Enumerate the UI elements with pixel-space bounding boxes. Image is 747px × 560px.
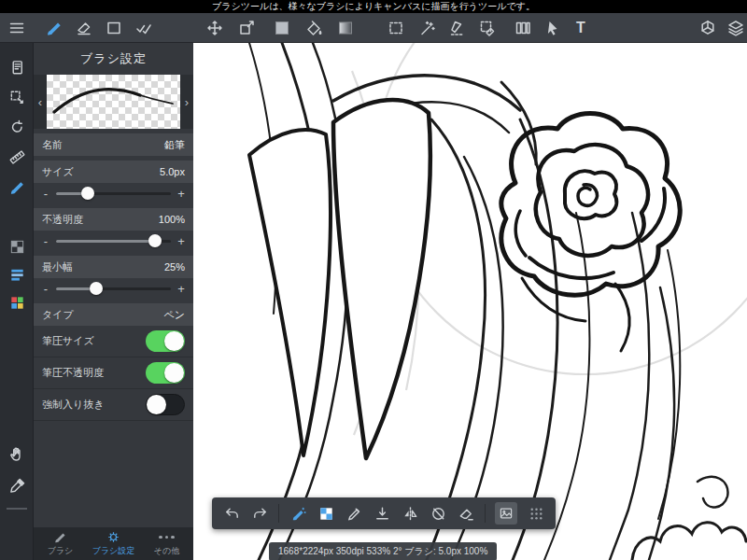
size-slider[interactable] — [56, 186, 171, 201]
brush-prev-button[interactable]: ‹ — [34, 75, 47, 129]
pressure-opacity-row: 筆圧不透明度 — [34, 357, 193, 389]
pressure-size-label: 筆圧サイズ — [42, 334, 94, 348]
size-slider-row: - + — [34, 183, 193, 203]
pen-select-tool-icon[interactable] — [444, 15, 471, 41]
min-width-slider-knob[interactable] — [90, 282, 103, 295]
smart-brush-icon[interactable] — [285, 500, 311, 526]
gradient-tool-icon[interactable] — [332, 15, 359, 41]
side-rail — [0, 43, 34, 560]
tab-others[interactable]: その他 — [140, 527, 193, 560]
canvas[interactable]: 1668*2224px 350dpi 533% 2° ブラシ: 5.0px 10… — [193, 43, 747, 560]
min-width-decrease-button[interactable]: - — [41, 282, 50, 296]
tab-brush-label: ブラシ — [48, 545, 74, 557]
status-text: 1668*2224px 350dpi 533% 2° ブラシ: 5.0px 10… — [278, 546, 487, 556]
pen-icon[interactable] — [341, 500, 367, 526]
clear-icon[interactable] — [453, 500, 479, 526]
bucket-tool-icon[interactable] — [301, 15, 327, 41]
pressure-size-toggle[interactable] — [146, 330, 185, 352]
opacity-slider[interactable] — [56, 233, 171, 248]
toolbar-divider — [278, 504, 279, 523]
pressure-opacity-toggle[interactable] — [146, 362, 185, 384]
flip-horizontal-icon[interactable] — [397, 500, 423, 526]
sketch-artwork — [193, 43, 747, 560]
magic-wand-tool-icon[interactable] — [415, 15, 441, 41]
palette-icon[interactable] — [4, 289, 30, 315]
transparent-bg-icon[interactable] — [313, 500, 339, 526]
forced-fade-row: 強制入り抜き — [34, 389, 193, 421]
opacity-decrease-button[interactable]: - — [41, 234, 50, 248]
select-dashed-tool-icon[interactable] — [383, 15, 409, 41]
tab-brush-settings-label: ブラシ設定 — [92, 545, 135, 557]
eyedropper-icon[interactable] — [4, 472, 30, 498]
materials-icon[interactable] — [695, 15, 721, 41]
transform-tool-icon[interactable] — [233, 15, 260, 41]
pages-icon[interactable] — [4, 54, 30, 80]
name-value: 鉛筆 — [164, 138, 185, 152]
select-panel-icon[interactable] — [4, 84, 30, 110]
rotate-reset-icon[interactable] — [425, 500, 451, 526]
ruler-icon[interactable] — [4, 144, 30, 170]
type-value: ペン — [163, 308, 185, 322]
brush-tool-icon[interactable] — [41, 15, 67, 41]
draw-tool-icon[interactable] — [4, 174, 30, 200]
layers-icon[interactable] — [723, 15, 747, 41]
type-row[interactable]: タイプ ペン — [34, 303, 193, 326]
brush-preview: ‹ › — [34, 75, 193, 129]
status-bar: 1668*2224px 350dpi 533% 2° ブラシ: 5.0px 10… — [269, 542, 497, 560]
min-width-slider-row: - + — [34, 278, 193, 299]
snap-settings-icon[interactable] — [510, 15, 536, 41]
transparent-background-icon[interactable] — [4, 233, 30, 259]
min-width-slider[interactable] — [56, 281, 171, 296]
tab-brush[interactable]: ブラシ — [34, 527, 87, 560]
main-toolbar: T — [0, 13, 747, 43]
redo-icon[interactable] — [247, 500, 273, 526]
size-label: サイズ — [42, 165, 74, 179]
menu-icon[interactable] — [4, 15, 30, 41]
name-label: 名前 — [42, 138, 63, 152]
ellipsis-icon — [159, 530, 175, 544]
size-increase-button[interactable]: + — [176, 187, 186, 201]
layers-panel-icon[interactable] — [4, 261, 30, 287]
opacity-label: 不透明度 — [42, 213, 83, 227]
opacity-slider-knob[interactable] — [148, 234, 162, 247]
pressure-opacity-label: 筆圧不透明度 — [42, 366, 104, 380]
type-label: タイプ — [42, 308, 74, 322]
app-window: ブラシツールは、様々なブラシによりキャンバスに描画を行うツールです。 T — [0, 0, 747, 560]
save-icon[interactable] — [369, 500, 395, 526]
min-width-increase-button[interactable]: + — [176, 282, 186, 296]
min-width-label: 最小幅 — [42, 260, 73, 274]
opacity-value: 100% — [159, 214, 185, 225]
size-decrease-button[interactable]: - — [41, 187, 50, 201]
tab-brush-settings[interactable]: ブラシ設定 — [87, 527, 140, 560]
size-value: 5.0px — [160, 166, 185, 177]
cursor-tool-icon[interactable] — [540, 15, 566, 41]
tooltip-bar: ブラシツールは、様々なブラシによりキャンバスに描画を行うツールです。 — [0, 0, 747, 13]
erase-select-tool-icon[interactable] — [474, 15, 500, 41]
drag-handle-icon[interactable] — [523, 500, 549, 526]
tab-others-label: その他 — [154, 545, 179, 557]
opacity-increase-button[interactable]: + — [176, 234, 186, 248]
move-tool-icon[interactable] — [202, 15, 228, 41]
rotate-canvas-icon[interactable] — [4, 114, 30, 140]
size-slider-knob[interactable] — [81, 187, 94, 200]
opacity-slider-row: - + — [34, 231, 193, 251]
text-tool-icon[interactable]: T — [568, 15, 594, 41]
forced-fade-label: 強制入り抜き — [42, 398, 105, 412]
tooltip-text: ブラシツールは、様々なブラシによりキャンバスに描画を行うツールです。 — [212, 0, 535, 13]
hand-tool-icon[interactable] — [4, 441, 30, 467]
color-swatch[interactable] — [269, 15, 295, 41]
rail-divider — [7, 508, 27, 510]
brush-settings-panel: ブラシ設定 ‹ › 名前 鉛筆 サイズ 5.0px - + — [34, 43, 193, 527]
multi-select-tool-icon[interactable] — [131, 15, 157, 41]
size-row: サイズ 5.0px — [34, 161, 193, 183]
brush-next-button[interactable]: › — [180, 75, 193, 129]
brush-name-row[interactable]: 名前 鉛筆 — [34, 133, 193, 156]
floating-toolbar — [212, 497, 556, 529]
undo-icon[interactable] — [218, 500, 245, 526]
select-rect-tool-icon[interactable] — [101, 15, 127, 41]
forced-fade-toggle[interactable] — [146, 394, 185, 415]
brush-stroke-preview[interactable] — [47, 75, 180, 129]
toolbar-divider — [485, 504, 486, 523]
eraser-tool-icon[interactable] — [71, 15, 97, 41]
image-icon[interactable] — [495, 502, 517, 525]
